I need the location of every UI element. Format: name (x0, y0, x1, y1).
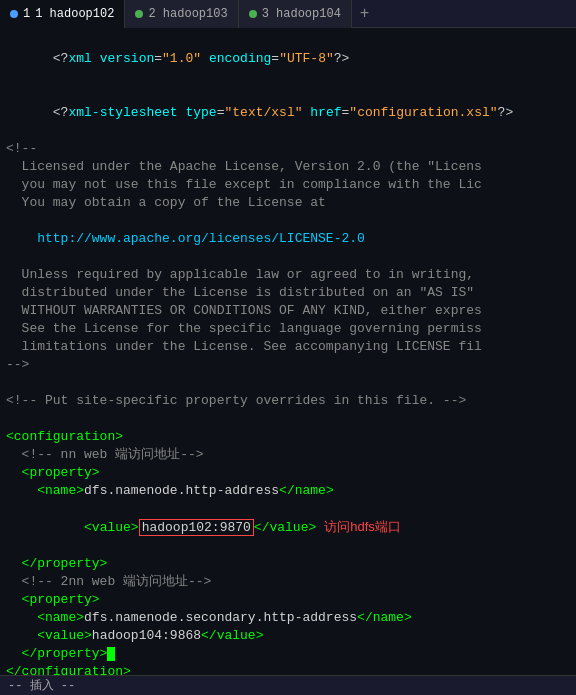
line-29: </property> (0, 645, 576, 663)
line-12: WITHOUT WARRANTIES OR CONDITIONS OF ANY … (0, 302, 576, 320)
line-9 (0, 248, 576, 266)
line-23: <value>hadoop102:9870</value>访问hdfs端口 (0, 500, 576, 555)
line-26: <property> (0, 591, 576, 609)
line-20: <!-- nn web 端访问地址--> (0, 446, 576, 464)
line-28: <value>hadoop104:9868</value> (0, 627, 576, 645)
line-17: <!-- Put site-specific property override… (0, 392, 576, 410)
tab-hadoop102[interactable]: 1 1 hadoop102 (0, 0, 125, 28)
line-2: <?xml-stylesheet type="text/xsl" href="c… (0, 86, 576, 140)
line-1: <?xml version="1.0" encoding="UTF-8"?> (0, 32, 576, 86)
secondary-address-value: hadoop104:9868 (92, 628, 201, 643)
tab-hadoop104[interactable]: 3 hadoop104 (239, 0, 352, 28)
line-21: <property> (0, 464, 576, 482)
tab-label-1-text: 1 hadoop102 (35, 7, 114, 21)
hdfs-annotation: 访问hdfs端口 (324, 519, 401, 534)
line-14: limitations under the License. See accom… (0, 338, 576, 356)
tab-add-button[interactable]: + (352, 0, 378, 28)
line-4: Licensed under the Apache License, Versi… (0, 158, 576, 176)
line-11: distributed under the License is distrib… (0, 284, 576, 302)
tab-bar: 1 1 hadoop102 2 hadoop103 3 hadoop104 + (0, 0, 576, 28)
line-16 (0, 374, 576, 392)
line-13: See the License for the specific languag… (0, 320, 576, 338)
line-19: <configuration> (0, 428, 576, 446)
tab-hadoop103[interactable]: 2 hadoop103 (125, 0, 238, 28)
line-7 (0, 212, 576, 230)
tab-dot-3 (249, 10, 257, 18)
text-cursor (107, 647, 115, 661)
tab-dot-1 (10, 10, 18, 18)
line-25: <!-- 2nn web 端访问地址--> (0, 573, 576, 591)
status-text: -- 插入 -- (8, 677, 75, 694)
tab-label-1: 1 (23, 7, 30, 21)
line-8: http://www.apache.org/licenses/LICENSE-2… (0, 230, 576, 248)
line-18 (0, 410, 576, 428)
tab-label-2-text: 2 hadoop103 (148, 7, 227, 21)
line-22: <name>dfs.namenode.http-address</name> (0, 482, 576, 500)
line-10: Unless required by applicable law or agr… (0, 266, 576, 284)
line-27: <name>dfs.namenode.secondary.http-addres… (0, 609, 576, 627)
tab-label-3-text: 3 hadoop104 (262, 7, 341, 21)
status-bar: -- 插入 -- (0, 675, 576, 695)
line-5: you may not use this file except in comp… (0, 176, 576, 194)
tab-dot-2 (135, 10, 143, 18)
code-editor: <?xml version="1.0" encoding="UTF-8"?> <… (0, 28, 576, 695)
hdfs-address-value: hadoop102:9870 (142, 520, 251, 535)
line-3: <!-- (0, 140, 576, 158)
line-6: You may obtain a copy of the License at (0, 194, 576, 212)
line-24: </property> (0, 555, 576, 573)
line-15: --> (0, 356, 576, 374)
